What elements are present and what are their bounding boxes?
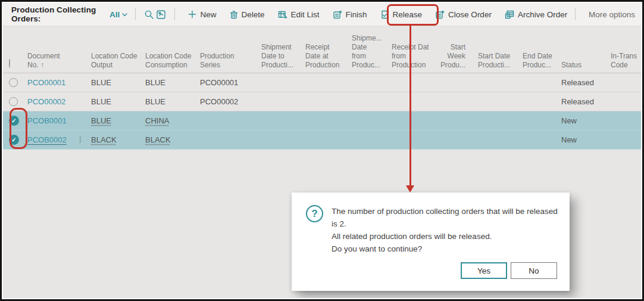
cell-shipfrom[interactable] (347, 92, 387, 111)
cell-endd[interactable] (518, 111, 557, 130)
cell-sel[interactable] (3, 92, 23, 111)
cell-ser[interactable]: PCO00001 (195, 73, 257, 92)
cell-status[interactable]: New (557, 131, 606, 149)
column-header-doc[interactable]: DocumentNo. ↑ (23, 52, 86, 73)
table-row[interactable]: ✓PCOB0001BLUECHINANew (3, 111, 641, 131)
cell-status[interactable]: New (557, 111, 606, 130)
column-header-status[interactable]: Status (557, 61, 606, 73)
column-header-ser[interactable]: ProductionSeries (195, 52, 257, 73)
new-plus-icon (188, 10, 196, 18)
close-order-button[interactable]: Close Order (435, 10, 492, 19)
new-button[interactable]: New (188, 10, 216, 19)
cell-cons[interactable]: BLACK (140, 131, 195, 149)
cell-week[interactable] (429, 131, 467, 149)
search-button[interactable] (143, 7, 155, 22)
cell-out[interactable]: BLUE (86, 73, 140, 92)
column-header-endd[interactable]: End DateProduc... (518, 52, 557, 73)
cell-startd[interactable] (467, 73, 518, 92)
cell-startd[interactable] (467, 92, 518, 111)
row-context-menu-icon[interactable]: ⋮ (77, 131, 84, 149)
row-select-checkbox[interactable] (9, 78, 18, 87)
cell-doc[interactable]: PCO00002 (23, 92, 86, 111)
cell-intrans[interactable] (606, 73, 639, 92)
cell-recfrom[interactable] (387, 73, 429, 92)
cell-text-doc[interactable]: PCO00001 (27, 73, 65, 92)
cell-cons[interactable]: CHINA (140, 111, 195, 130)
release-button[interactable]: Release (380, 10, 423, 19)
more-options-button[interactable]: More options (589, 10, 635, 19)
cell-recfrom[interactable] (387, 111, 429, 130)
analyze-button[interactable] (155, 7, 167, 22)
cell-out[interactable]: BLACK (86, 131, 140, 149)
cell-ser[interactable] (195, 111, 257, 130)
row-select-checkbox[interactable]: ✓ (9, 116, 19, 126)
table-row[interactable]: PCO00002BLUEBLUEPCO00002Released (3, 92, 641, 111)
cell-recfrom[interactable] (387, 131, 429, 149)
edit-list-button[interactable]: Edit List (278, 10, 320, 19)
cell-recat[interactable] (301, 92, 347, 111)
cell-shipfrom[interactable] (347, 73, 387, 92)
cell-cons[interactable]: BLUE (140, 73, 195, 92)
column-header-intrans[interactable]: In-TransCode (606, 52, 639, 73)
cell-recfrom[interactable] (387, 92, 429, 111)
cell-cons[interactable]: BLUE (140, 92, 195, 111)
cell-week[interactable] (429, 111, 467, 130)
cell-shipfrom[interactable] (347, 111, 387, 130)
cell-doc[interactable]: PCO00001 (23, 73, 86, 92)
cell-intrans[interactable] (606, 111, 639, 130)
cell-startd[interactable] (467, 131, 518, 149)
cell-shipto[interactable] (257, 111, 301, 130)
cell-recat[interactable] (301, 111, 347, 130)
view-filter-dropdown[interactable]: All (110, 10, 128, 19)
cell-text-doc[interactable]: PCO00002 (27, 92, 65, 111)
cell-week[interactable] (429, 92, 467, 111)
cell-doc[interactable]: PCOB0001 (23, 111, 86, 130)
column-header-out[interactable]: Location CodeOutput (86, 52, 140, 73)
column-header-recfrom[interactable]: Receipt DatefromProduction (387, 43, 429, 73)
cell-shipto[interactable] (257, 131, 301, 149)
cell-intrans[interactable] (606, 92, 639, 111)
column-header-week[interactable]: StartWeekProdu... (429, 43, 467, 73)
cell-out[interactable]: BLUE (86, 92, 140, 111)
table-row[interactable]: PCO00001BLUEBLUEPCO00001Released (3, 73, 641, 92)
archive-order-button[interactable]: Archive Order (505, 10, 567, 19)
cell-out[interactable]: BLUE (86, 111, 140, 130)
row-select-checkbox[interactable]: ✓ (9, 135, 19, 145)
cell-status[interactable]: Released (557, 73, 606, 92)
cell-startd[interactable] (467, 111, 518, 130)
column-header-cons[interactable]: Location CodeConsumption (140, 52, 195, 73)
cell-sel[interactable] (3, 73, 23, 92)
cell-intrans[interactable] (606, 131, 639, 149)
dialog-message: The number of production collecting orde… (332, 205, 559, 255)
delete-button[interactable]: Delete (230, 10, 265, 19)
cell-status[interactable]: Released (557, 92, 606, 111)
yes-button[interactable]: Yes (461, 262, 507, 279)
cell-text-doc[interactable]: PCOB0001 (27, 111, 67, 130)
select-all-checkbox[interactable] (9, 59, 10, 68)
column-header-shipfrom[interactable]: Shipme...DatefromProduc... (347, 34, 387, 73)
table-row[interactable]: ✓PCOB0002⋮BLACKBLACKNew (3, 131, 641, 150)
cell-shipto[interactable] (257, 92, 301, 111)
cell-endd[interactable] (518, 92, 557, 111)
cell-week[interactable] (429, 73, 467, 92)
cell-recat[interactable] (301, 131, 347, 149)
cell-ser[interactable]: PCO00002 (195, 92, 257, 111)
cell-text-doc[interactable]: PCOB0002 (27, 131, 67, 149)
cell-ser[interactable] (195, 131, 257, 149)
no-button[interactable]: No (511, 262, 557, 279)
cell-recat[interactable] (301, 73, 347, 92)
toolbar-divider (135, 8, 136, 20)
cell-sel[interactable]: ✓ (3, 111, 23, 130)
finish-button[interactable]: Finish (333, 10, 367, 19)
column-header-sel[interactable] (3, 59, 23, 73)
cell-shipfrom[interactable] (347, 131, 387, 149)
cell-sel[interactable]: ✓ (3, 131, 23, 149)
column-header-startd[interactable]: Start DateProducti... (467, 52, 518, 73)
row-select-checkbox[interactable] (9, 97, 18, 106)
cell-shipto[interactable] (257, 73, 301, 92)
column-header-recat[interactable]: ReceiptDate atProduction (301, 43, 347, 73)
cell-doc[interactable]: PCOB0002⋮ (23, 131, 86, 149)
cell-endd[interactable] (518, 131, 557, 149)
column-header-shipto[interactable]: ShipmentDate toProducti... (257, 43, 301, 73)
cell-endd[interactable] (518, 73, 557, 92)
